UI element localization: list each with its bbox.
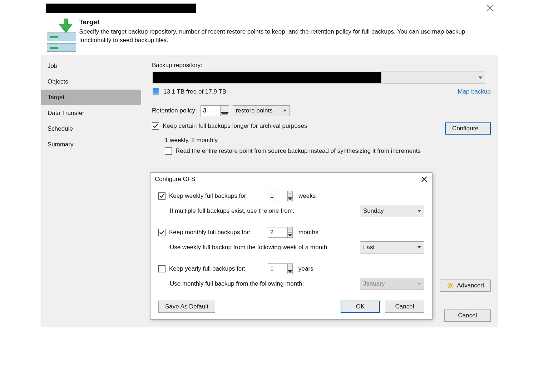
- gfs-yearly-spinner[interactable]: [268, 263, 293, 274]
- gfs-weekly-sub-label: If multiple full backups exist, use the …: [170, 207, 356, 215]
- retention-unit-value: restore points: [236, 107, 273, 114]
- spinner-down-button[interactable]: [221, 111, 229, 116]
- dialog-cancel-button[interactable]: Cancel: [385, 301, 424, 313]
- dialog-ok-label: OK: [356, 303, 365, 310]
- nav-item-job[interactable]: Job: [41, 58, 141, 74]
- nav-item-schedule[interactable]: Schedule: [41, 121, 141, 137]
- window-title-redacted: [46, 4, 196, 13]
- wizard-nav: Job Objects Target Data Transfer Schedul…: [41, 55, 141, 327]
- retention-count-input[interactable]: [201, 106, 220, 116]
- dialog-ok-button[interactable]: OK: [341, 301, 380, 313]
- retention-unit-select[interactable]: restore points: [233, 105, 290, 116]
- gfs-weekly-label: Keep weekly full backups for:: [169, 192, 262, 200]
- gfs-yearly-month-select: January: [360, 278, 424, 290]
- retention-policy-label: Retention policy:: [152, 107, 197, 114]
- svg-point-1: [449, 285, 452, 287]
- gfs-yearly-month-value: January: [363, 280, 385, 287]
- read-entire-checkbox-label: Read the entire restore point from sourc…: [175, 147, 421, 155]
- dialog-title: Configure GFS: [155, 176, 195, 183]
- close-icon: [421, 176, 428, 183]
- dialog-titlebar: Configure GFS: [150, 173, 432, 186]
- dialog-body: Keep weekly full backups for: weeks If m…: [150, 186, 432, 297]
- wizard-step-title: Target: [79, 18, 493, 26]
- spinner-down-button[interactable]: [288, 269, 292, 274]
- chevron-down-icon: [417, 210, 421, 212]
- nav-item-target[interactable]: Target: [41, 90, 141, 105]
- gfs-weekly-checkbox[interactable]: Keep weekly full backups for:: [158, 192, 262, 200]
- main-cancel-button-label: Cancel: [458, 312, 477, 319]
- storage-icon: [152, 87, 160, 96]
- save-as-default-button[interactable]: Save As Default: [158, 301, 215, 313]
- gfs-monthly-sub-label: Use weekly full backup from the followin…: [170, 244, 356, 251]
- map-backup-link[interactable]: Map backup: [458, 88, 491, 95]
- archival-checkbox-label: Keep certain full backups longer for arc…: [163, 122, 307, 130]
- gfs-monthly-checkbox[interactable]: Keep monthly full backups for:: [158, 229, 262, 236]
- gfs-monthly-group: Keep monthly full backups for: months Us…: [158, 227, 424, 253]
- spinner-up-button[interactable]: [288, 264, 292, 269]
- gear-icon: [447, 282, 454, 289]
- gfs-yearly-label: Keep yearly full backups for:: [169, 265, 262, 272]
- gfs-weekly-unit: weeks: [298, 192, 316, 200]
- gfs-monthly-spinner[interactable]: [268, 227, 293, 238]
- gfs-weekly-day-select[interactable]: Sunday: [360, 205, 424, 217]
- wizard-window: Target Specify the target backup reposit…: [41, 1, 498, 327]
- checkmark-icon: [159, 193, 165, 199]
- main-footer: Advanced Cancel: [440, 280, 491, 322]
- configure-button[interactable]: Configure...: [445, 122, 491, 135]
- main-cancel-button[interactable]: Cancel: [444, 310, 491, 322]
- gfs-monthly-unit: months: [298, 229, 318, 236]
- wizard-header: Target Specify the target backup reposit…: [41, 15, 498, 55]
- nav-item-label: Summary: [48, 141, 74, 148]
- gfs-yearly-unit: years: [298, 265, 313, 272]
- titlebar: [41, 1, 498, 15]
- dialog-footer: Save As Default OK Cancel: [150, 297, 432, 319]
- nav-item-label: Data Transfer: [48, 110, 84, 116]
- gfs-monthly-week-value: Last: [363, 244, 375, 251]
- gfs-monthly-label: Keep monthly full backups for:: [169, 229, 262, 236]
- checkmark-icon: [159, 230, 165, 235]
- spinner-down-button[interactable]: [288, 233, 292, 238]
- gfs-weekly-spinner[interactable]: [268, 191, 293, 201]
- spinner-up-button[interactable]: [288, 227, 292, 233]
- window-close-button[interactable]: [486, 4, 494, 12]
- retention-count-spinner[interactable]: [201, 105, 229, 116]
- dialog-close-button[interactable]: [421, 176, 428, 183]
- checkbox-box: [165, 147, 172, 155]
- nav-item-summary[interactable]: Summary: [41, 137, 141, 152]
- gfs-yearly-checkbox[interactable]: Keep yearly full backups for:: [158, 265, 262, 272]
- nav-item-label: Schedule: [48, 125, 73, 132]
- archival-checkbox[interactable]: Keep certain full backups longer for arc…: [152, 122, 307, 130]
- gfs-monthly-week-select[interactable]: Last: [360, 241, 424, 253]
- gfs-weekly-day-value: Sunday: [363, 207, 384, 215]
- nav-item-data-transfer[interactable]: Data Transfer: [41, 105, 141, 121]
- chevron-down-icon: [479, 77, 482, 79]
- gfs-yearly-input[interactable]: [268, 264, 287, 274]
- free-space-text: 13.1 TB free of 17.9 TB: [163, 88, 226, 95]
- nav-item-label: Target: [48, 94, 64, 101]
- gfs-monthly-input[interactable]: [268, 227, 287, 237]
- dialog-cancel-label: Cancel: [395, 303, 414, 310]
- gfs-yearly-sub-label: Use monthly full backup from the followi…: [170, 280, 356, 287]
- archival-summary-text: 1 weekly, 2 monthly: [165, 137, 491, 144]
- configure-gfs-dialog: Configure GFS Keep weekly full backups f…: [150, 172, 432, 320]
- nav-item-label: Objects: [48, 78, 68, 85]
- configure-button-label: Configure...: [452, 125, 484, 132]
- spinner-up-button[interactable]: [221, 106, 229, 111]
- read-entire-checkbox[interactable]: Read the entire restore point from sourc…: [165, 147, 491, 155]
- advanced-button[interactable]: Advanced: [440, 280, 491, 292]
- backup-repo-combo[interactable]: [152, 71, 486, 84]
- advanced-button-label: Advanced: [457, 282, 484, 289]
- chevron-down-icon: [283, 110, 287, 112]
- chevron-down-icon: [417, 283, 421, 285]
- nav-item-objects[interactable]: Objects: [41, 74, 141, 90]
- close-icon: [486, 4, 494, 12]
- chevron-down-icon: [417, 246, 421, 248]
- backup-repo-value-redacted: [153, 72, 381, 83]
- save-as-default-label: Save As Default: [165, 303, 208, 310]
- checkbox-box: [158, 192, 165, 200]
- spinner-down-button[interactable]: [288, 196, 292, 201]
- spinner-up-button[interactable]: [288, 191, 292, 196]
- checkbox-box: [152, 122, 159, 130]
- gfs-weekly-input[interactable]: [268, 191, 287, 201]
- wizard-step-description: Specify the target backup repository, nu…: [79, 27, 493, 45]
